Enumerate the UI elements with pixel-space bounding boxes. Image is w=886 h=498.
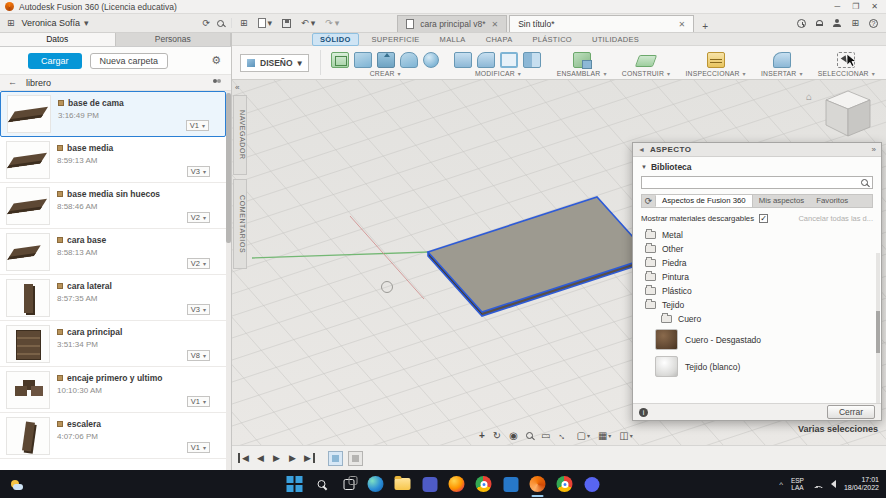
revolve-icon[interactable] <box>423 52 439 68</box>
skip-to-start-button[interactable]: ◀ <box>238 453 251 463</box>
save-button[interactable] <box>282 19 291 28</box>
file-menu[interactable]: ▾ <box>258 18 273 28</box>
tab-datos[interactable]: Datos <box>0 33 116 46</box>
fillet-icon[interactable] <box>477 52 495 68</box>
group-label-inspeccionar[interactable]: INSPECCIONAR▾ <box>685 70 745 77</box>
version-dropdown[interactable]: V1▾ <box>186 120 209 131</box>
press-pull-icon[interactable] <box>454 52 472 68</box>
sync-icon[interactable]: ⟳ <box>202 19 210 28</box>
pan-icon[interactable]: + <box>479 430 485 441</box>
fit-icon[interactable]: ↔ <box>558 430 568 441</box>
scrollbar-thumb[interactable] <box>226 93 231 243</box>
select-tool-icon[interactable] <box>837 52 855 68</box>
system-clock[interactable]: 17:01 18/04/2022 <box>844 476 879 493</box>
folder-row[interactable]: Plástico <box>641 284 873 298</box>
edge-icon[interactable] <box>367 475 385 493</box>
version-dropdown[interactable]: V2▾ <box>187 212 210 223</box>
insert-icon[interactable] <box>773 52 791 68</box>
home-icon[interactable]: ⌂ <box>806 91 812 102</box>
group-label-ensamblar[interactable]: ENSAMBLAR▾ <box>557 70 607 77</box>
tab-malla[interactable]: MALLA <box>433 34 473 45</box>
people-icon[interactable] <box>212 79 223 87</box>
tab-utilidades[interactable]: UTILIDADES <box>585 34 646 45</box>
version-dropdown[interactable]: V1▾ <box>187 442 210 453</box>
info-icon[interactable]: i <box>639 408 648 417</box>
folder-row[interactable]: Piedra <box>641 256 873 270</box>
tab-favoritos[interactable]: Favoritos <box>810 195 854 207</box>
job-status-icon[interactable] <box>797 19 806 28</box>
create-box-icon[interactable] <box>354 52 372 68</box>
new-tab-button[interactable]: + <box>702 21 708 32</box>
file-explorer-icon[interactable] <box>394 475 412 493</box>
display-settings-icon[interactable]: ▢▾ <box>576 430 589 441</box>
cancel-downloads-link[interactable]: Cancelar todas las d... <box>798 214 873 223</box>
discord-icon[interactable] <box>583 475 601 493</box>
taskbar-search-icon[interactable] <box>313 475 331 493</box>
orbit-icon[interactable]: ↻ <box>493 430 501 441</box>
material-row[interactable]: Tejido (blanco) <box>641 353 873 380</box>
list-item[interactable]: cara principal 3:51:34 PM V8▾ <box>0 321 226 367</box>
step-forward-button[interactable]: ▶ <box>286 453 299 463</box>
list-item[interactable]: cara lateral 8:57:35 AM V3▾ <box>0 275 226 321</box>
viewport-3d[interactable]: « NAVEGADOR COMENTARIOS ⌂ ◄ ASPECTO » ▼ … <box>232 80 886 445</box>
list-item[interactable]: base media 8:59:13 AM V3▾ <box>0 137 226 183</box>
list-item[interactable]: base media sin huecos 8:58:46 AM V2▾ <box>0 183 226 229</box>
document-tab[interactable]: cara principal v8* ✕ <box>397 15 507 32</box>
tab-mis-aspectos[interactable]: Mis aspectos <box>753 195 811 207</box>
timeline-feature-icon[interactable] <box>328 451 343 466</box>
group-label-insertar[interactable]: INSERTAR▾ <box>761 70 803 77</box>
search-icon[interactable] <box>217 20 224 27</box>
construction-plane-icon[interactable] <box>635 55 657 67</box>
list-item[interactable]: base de cama 3:16:49 PM V1▾ <box>0 91 226 137</box>
firefox-icon[interactable] <box>448 475 466 493</box>
scrollbar-thumb[interactable] <box>876 311 880 353</box>
close-button[interactable]: ✕ <box>871 2 878 11</box>
help-icon[interactable]: ? <box>869 19 878 28</box>
list-item[interactable]: encaje primero y ultimo 10:10:30 AM V1▾ <box>0 367 226 413</box>
zoom-window-icon[interactable]: ▭ <box>541 430 550 441</box>
step-back-button[interactable]: ◀ <box>254 453 267 463</box>
back-arrow-icon[interactable]: ← <box>8 78 17 87</box>
measure-icon[interactable] <box>707 52 725 68</box>
undo-button[interactable]: ↶ ▾ <box>301 19 315 28</box>
new-folder-button[interactable]: Nueva carpeta <box>90 53 169 69</box>
volume-icon[interactable] <box>831 480 836 488</box>
version-dropdown[interactable]: V2▾ <box>187 258 210 269</box>
new-component-icon[interactable] <box>573 52 591 68</box>
language-indicator[interactable]: ESP LAA <box>791 477 804 492</box>
search-input[interactable] <box>646 177 861 188</box>
version-dropdown[interactable]: V3▾ <box>187 304 210 315</box>
tab-solido[interactable]: SÓLIDO <box>312 33 359 46</box>
tab-plastico[interactable]: PLÁSTICO <box>525 34 579 45</box>
tab-aspectos-fusion[interactable]: Aspectos de Fusion 360 <box>656 195 753 207</box>
version-dropdown[interactable]: V3▾ <box>187 166 210 177</box>
chrome-icon-2[interactable] <box>556 475 574 493</box>
notifications-bell-icon[interactable] <box>816 20 823 26</box>
fusion-360-taskbar-icon[interactable] <box>529 475 547 493</box>
shell-icon[interactable] <box>500 52 518 68</box>
create-cylinder-icon[interactable] <box>400 52 418 68</box>
subfolder-row[interactable]: Cuero <box>641 312 873 326</box>
gear-icon[interactable]: ⚙ <box>211 54 221 67</box>
combine-icon[interactable] <box>523 52 541 68</box>
dock-panel-icon[interactable]: » <box>872 145 876 154</box>
viewports-icon[interactable]: ◫▾ <box>619 430 632 441</box>
extensions-grid-icon[interactable]: ⊞ <box>851 19 859 28</box>
vscode-icon[interactable] <box>502 475 520 493</box>
list-item[interactable]: escalera 4:07:06 PM V1▾ <box>0 413 226 459</box>
material-row[interactable]: Cuero - Desgastado <box>641 326 873 353</box>
version-dropdown[interactable]: V1▾ <box>187 396 210 407</box>
grid-settings-icon[interactable]: ▦▾ <box>598 430 611 441</box>
library-section-header[interactable]: ▼ Biblioteca <box>641 162 873 172</box>
group-label-construir[interactable]: CONSTRUIR▾ <box>622 70 670 77</box>
navigator-strip[interactable]: NAVEGADOR <box>233 95 247 175</box>
group-label-modificar[interactable]: MODIFICAR▾ <box>454 70 541 77</box>
data-panel-toggle-icon[interactable]: ⊞ <box>240 19 248 28</box>
tab-personas[interactable]: Personas <box>116 33 232 46</box>
group-label-crear[interactable]: CREAR▾ <box>331 70 439 77</box>
refresh-library-icon[interactable]: ⟳ <box>642 196 656 206</box>
workspace-selector[interactable]: DISEÑO ▾ <box>240 54 309 72</box>
folder-row[interactable]: Metal <box>641 228 873 242</box>
collapse-panel-icon[interactable]: « <box>235 83 239 92</box>
skip-to-end-button[interactable]: ▶ <box>302 453 315 463</box>
